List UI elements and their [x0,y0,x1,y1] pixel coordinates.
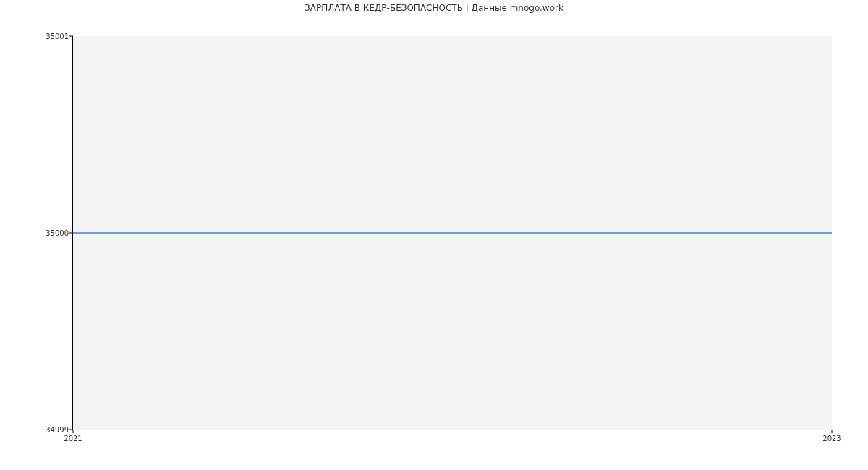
chart-title: ЗАРПЛАТА В КЕДР-БЕЗОПАСНОСТЬ | Данные mn… [0,3,868,13]
chart-figure: ЗАРПЛАТА В КЕДР-БЕЗОПАСНОСТЬ | Данные mn… [0,0,868,470]
xtick-mark [73,430,74,433]
xtick-label-left: 2021 [64,435,82,443]
plot-area: 35001 35000 34999 2021 2023 [72,36,832,430]
xtick-label-right: 2023 [822,435,841,443]
xtick-mark [832,430,833,433]
ytick-label-bottom: 34999 [46,426,73,434]
ytick-label-mid: 35000 [46,229,73,237]
ytick-label-top: 35001 [46,33,73,40]
series-line [73,232,832,234]
